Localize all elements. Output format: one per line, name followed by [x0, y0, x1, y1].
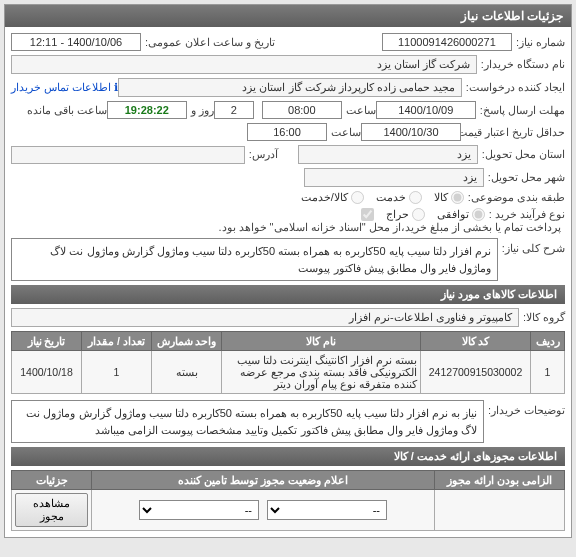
requester-value: مجید حمامی زاده کارپرداز شرکت گاز استان …: [118, 78, 462, 97]
th-required-license: الزامی بودن ارائه مجوز: [435, 471, 565, 490]
general-desc-value: نرم افزار دلتا سیب پایه 50کاربره به همرا…: [11, 238, 498, 281]
goods-table: ردیف کد کالا نام کالا واحد شمارش تعداد /…: [11, 331, 565, 394]
time-remaining-label: ساعت باقی مانده: [27, 104, 107, 117]
license-status-cell: -- --: [92, 490, 435, 531]
need-details-panel: جزئیات اطلاعات نیاز شماره نیاز: 11000914…: [4, 4, 572, 538]
th-unit: واحد شمارش: [152, 332, 222, 351]
panel-body: شماره نیاز: 1100091426000271 تاریخ و ساع…: [5, 27, 571, 537]
goods-group-label: گروه کالا:: [523, 311, 565, 324]
validity-time: 16:00: [247, 123, 327, 141]
send-deadline-label: مهلت ارسال پاسخ:: [480, 104, 565, 117]
license-required-cell: [435, 490, 565, 531]
days-and-label: روز و: [191, 104, 214, 117]
cell-unit: بسته: [152, 351, 222, 394]
cell-code: 2412700915030002: [421, 351, 531, 394]
license-status-select[interactable]: --: [267, 500, 387, 520]
view-license-button[interactable]: مشاهده مجوز: [15, 493, 88, 527]
table-row[interactable]: 1 2412700915030002 بسته نرم افزار اکانتی…: [12, 351, 565, 394]
cell-row: 1: [531, 351, 565, 394]
send-deadline-date: 1400/10/09: [376, 101, 476, 119]
goods-info-section: اطلاعات کالاهای مورد نیاز: [11, 285, 565, 304]
th-code: کد کالا: [421, 332, 531, 351]
contact-info-link[interactable]: ℹ اطلاعات تماس خریدار: [11, 81, 118, 94]
goods-group-value: کامپیوتر و فناوری اطلاعات-نرم افزار: [11, 308, 519, 327]
public-announce-value: 1400/10/06 - 12:11: [11, 33, 141, 51]
category-radio-group: کالا خدمت کالا/خدمت: [301, 191, 464, 204]
delivery-city-label: شهر محل تحویل:: [488, 171, 565, 184]
th-qty: تعداد / مقدار: [82, 332, 152, 351]
send-deadline-time: 08:00: [262, 101, 342, 119]
validity-date: 1400/10/30: [361, 123, 461, 141]
th-details: جزئیات: [12, 471, 92, 490]
address-label: آدرس:: [249, 148, 278, 161]
payment-note: پرداخت تمام یا بخشی از مبلغ خرید،از محل …: [218, 221, 561, 234]
radio-service[interactable]: خدمت: [376, 191, 422, 204]
radio-goods[interactable]: کالا: [434, 191, 464, 204]
category-label: طبقه بندی موضوعی:: [468, 191, 565, 204]
requester-label: ایجاد کننده درخواست:: [466, 81, 565, 94]
payment-checkbox: [361, 208, 374, 221]
process-label: نوع فرآیند خرید :: [489, 208, 565, 221]
license-row: -- -- مشاهده مجوز: [12, 490, 565, 531]
radio-agreement[interactable]: توافقی: [437, 208, 485, 221]
licenses-section: اطلاعات مجوزهای ارائه خدمت / کالا: [11, 447, 565, 466]
time-remaining: 19:28:22: [107, 101, 187, 119]
hour-label-1: ساعت: [346, 104, 376, 117]
table-header-row: ردیف کد کالا نام کالا واحد شمارش تعداد /…: [12, 332, 565, 351]
buyer-org-value: شرکت گاز استان یزد: [11, 55, 477, 74]
radio-auction[interactable]: حراج: [386, 208, 425, 221]
license-table: الزامی بودن ارائه مجوز اعلام وضعیت مجوز …: [11, 470, 565, 531]
cell-qty: 1: [82, 351, 152, 394]
need-number-label: شماره نیاز:: [516, 36, 565, 49]
th-row: ردیف: [531, 332, 565, 351]
th-date: تاریخ نیاز: [12, 332, 82, 351]
panel-title: جزئیات اطلاعات نیاز: [5, 5, 571, 27]
request-city-label: استان محل تحویل:: [482, 148, 565, 161]
buyer-org-label: نام دستگاه خریدار:: [481, 58, 565, 71]
th-license-status: اعلام وضعیت مجوز توسط تامین کننده: [92, 471, 435, 490]
days-remaining: 2: [214, 101, 254, 119]
public-announce-label: تاریخ و ساعت اعلان عمومی:: [145, 36, 275, 49]
license-header-row: الزامی بودن ارائه مجوز اعلام وضعیت مجوز …: [12, 471, 565, 490]
buyer-notes-value: نیاز به نرم افزار دلتا سیب پایه 50کاربره…: [11, 400, 484, 443]
license-details-cell: مشاهده مجوز: [12, 490, 92, 531]
need-number-value: 1100091426000271: [382, 33, 512, 51]
buyer-notes-label: توضیحات خریدار:: [488, 404, 565, 417]
cell-name: بسته نرم افزار اکانتینگ اینترنت دلتا سیب…: [222, 351, 421, 394]
th-name: نام کالا: [222, 332, 421, 351]
hour-label-2: ساعت: [331, 126, 361, 139]
request-city-value: یزد: [298, 145, 478, 164]
address-value: [11, 146, 245, 164]
process-radio-group: توافقی حراج: [386, 208, 485, 221]
general-desc-label: شرح کلی نیاز:: [502, 242, 565, 255]
info-icon: ℹ: [114, 81, 118, 93]
cell-date: 1400/10/18: [12, 351, 82, 394]
radio-goods-service[interactable]: کالا/خدمت: [301, 191, 364, 204]
license-status-select-2[interactable]: --: [139, 500, 259, 520]
delivery-city-value: یزد: [304, 168, 484, 187]
validity-label: حداقل تاریخ اعتبار قیمت تا تاریخ:: [465, 126, 565, 139]
